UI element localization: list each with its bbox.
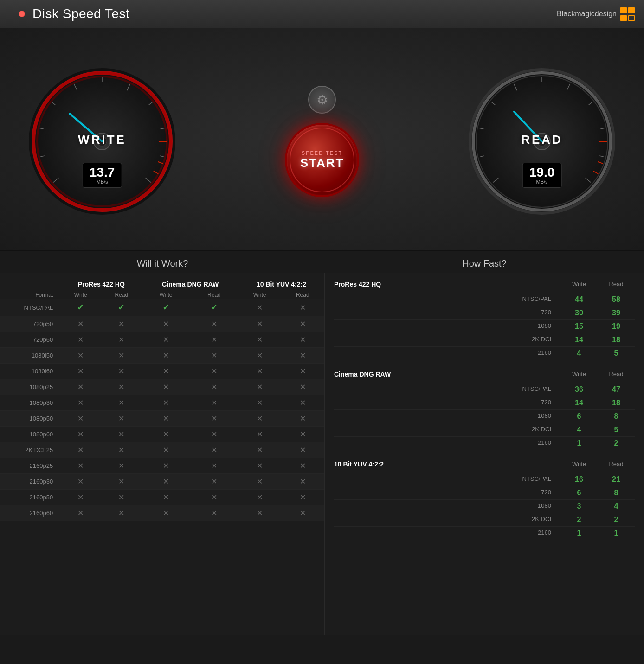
brand-icon bbox=[620, 7, 635, 21]
how-fast-header: How Fast? bbox=[325, 258, 644, 269]
value-cell: ✕ bbox=[101, 364, 142, 379]
close-button[interactable] bbox=[19, 11, 25, 17]
cross-icon: ✕ bbox=[77, 367, 84, 375]
cross-icon: ✕ bbox=[77, 336, 84, 344]
right-write-value: 44 bbox=[560, 295, 598, 304]
table-row: 1080p50✕✕✕✕✕✕ bbox=[0, 411, 324, 427]
value-cell: ✕ bbox=[60, 458, 101, 474]
value-cell: ✕ bbox=[101, 490, 142, 505]
right-read-value: 4 bbox=[598, 502, 635, 511]
will-it-work-header: Will it Work? bbox=[0, 258, 325, 269]
cross-icon: ✕ bbox=[300, 446, 306, 454]
cross-icon: ✕ bbox=[163, 383, 169, 391]
right-read-value: 1 bbox=[598, 529, 635, 537]
cross-icon: ✕ bbox=[77, 493, 84, 501]
cross-icon: ✕ bbox=[211, 351, 217, 359]
right-read-value: 18 bbox=[598, 399, 635, 407]
cross-icon: ✕ bbox=[118, 351, 124, 359]
value-cell: ✕ bbox=[238, 505, 281, 521]
value-cell: ✕ bbox=[142, 442, 190, 458]
right-read-value: 8 bbox=[598, 489, 635, 497]
right-panel: ProRes 422 HQWriteReadNTSC/PAL4458720303… bbox=[325, 273, 644, 635]
value-cell: ✕ bbox=[142, 364, 190, 379]
start-button[interactable]: SPEED TEST START bbox=[285, 123, 359, 197]
right-write-value: 4 bbox=[560, 349, 598, 358]
value-cell: ✕ bbox=[142, 490, 190, 505]
value-cell: ✕ bbox=[281, 474, 324, 490]
right-row-label: 1080 bbox=[334, 412, 560, 421]
cross-icon: ✕ bbox=[118, 336, 124, 344]
right-table-row: 10801519 bbox=[334, 320, 635, 333]
value-cell: ✕ bbox=[238, 442, 281, 458]
cross-icon: ✕ bbox=[118, 399, 124, 407]
cross-icon: ✕ bbox=[163, 399, 169, 407]
right-row-label: 720 bbox=[334, 489, 560, 497]
value-cell: ✕ bbox=[238, 411, 281, 427]
cross-icon: ✕ bbox=[118, 446, 124, 454]
read-col-header: Read bbox=[598, 370, 635, 378]
brand-name: Blackmagicdesign bbox=[557, 10, 617, 18]
right-write-value: 36 bbox=[560, 385, 598, 394]
cross-icon: ✕ bbox=[118, 509, 124, 517]
format-cell: 1080p25 bbox=[0, 379, 60, 395]
read-unit: MB/s bbox=[529, 179, 555, 185]
cinema-dng-header: Cinema DNG RAW bbox=[142, 278, 238, 291]
cross-icon: ✕ bbox=[300, 367, 306, 375]
right-row-label: 720 bbox=[334, 309, 560, 317]
table-row: 1080p30✕✕✕✕✕✕ bbox=[0, 395, 324, 411]
write-gauge: WRITE 13.7 MB/s bbox=[28, 67, 176, 216]
right-section: Cinema DNG RAWWriteReadNTSC/PAL364772014… bbox=[334, 368, 635, 450]
cross-icon: ✕ bbox=[118, 367, 124, 375]
cross-icon: ✕ bbox=[257, 351, 263, 359]
cross-icon: ✕ bbox=[118, 320, 124, 328]
cross-icon: ✕ bbox=[211, 462, 217, 470]
value-cell: ✕ bbox=[281, 332, 324, 348]
table-row: 2160p60✕✕✕✕✕✕ bbox=[0, 505, 324, 521]
value-cell: ✕ bbox=[238, 332, 281, 348]
cross-icon: ✕ bbox=[77, 509, 84, 517]
table-row: 720p50✕✕✕✕✕✕ bbox=[0, 316, 324, 332]
right-read-value: 39 bbox=[598, 309, 635, 317]
read-gauge-label: READ bbox=[521, 133, 563, 147]
value-cell: ✕ bbox=[238, 395, 281, 411]
right-row-label: 2160 bbox=[334, 439, 560, 447]
yuv-header: 10 Bit YUV 4:2:2 bbox=[238, 278, 324, 291]
cross-icon: ✕ bbox=[211, 493, 217, 501]
value-cell: ✕ bbox=[281, 379, 324, 395]
right-sections: ProRes 422 HQWriteReadNTSC/PAL4458720303… bbox=[334, 278, 635, 540]
cross-icon: ✕ bbox=[300, 430, 306, 438]
right-table-row: 216011 bbox=[334, 527, 635, 540]
value-cell: ✕ bbox=[60, 348, 101, 364]
gauges-section: WRITE 13.7 MB/s ⚙ SPEED TEST START bbox=[0, 28, 644, 251]
settings-button[interactable]: ⚙ bbox=[308, 86, 336, 114]
cross-icon: ✕ bbox=[300, 493, 306, 501]
table-row: 2160p50✕✕✕✕✕✕ bbox=[0, 490, 324, 505]
value-cell: ✕ bbox=[238, 474, 281, 490]
app-title: Disk Speed Test bbox=[32, 6, 129, 21]
left-table-body: NTSC/PAL✓✓✓✓✕✕720p50✕✕✕✕✕✕720p60✕✕✕✕✕✕10… bbox=[0, 299, 324, 521]
right-read-value: 58 bbox=[598, 295, 635, 304]
cross-icon: ✕ bbox=[77, 430, 84, 438]
format-cell: 2160p60 bbox=[0, 505, 60, 521]
right-table-row: 216045 bbox=[334, 347, 635, 360]
format-col-header bbox=[0, 278, 60, 291]
table-row: 1080i60✕✕✕✕✕✕ bbox=[0, 364, 324, 379]
cross-icon: ✕ bbox=[77, 383, 84, 391]
cross-icon: ✕ bbox=[257, 478, 263, 485]
cross-icon: ✕ bbox=[118, 415, 124, 422]
value-cell: ✕ bbox=[60, 316, 101, 332]
cross-icon: ✕ bbox=[300, 462, 306, 470]
cross-icon: ✕ bbox=[211, 415, 217, 422]
brand-sq-3 bbox=[620, 15, 627, 21]
value-cell: ✕ bbox=[190, 364, 238, 379]
cross-icon: ✕ bbox=[211, 399, 217, 407]
value-cell: ✕ bbox=[190, 427, 238, 442]
value-cell: ✓ bbox=[190, 299, 238, 316]
value-cell: ✕ bbox=[281, 299, 324, 316]
table-row: NTSC/PAL✓✓✓✓✕✕ bbox=[0, 299, 324, 316]
cross-icon: ✕ bbox=[300, 383, 306, 391]
cross-icon: ✕ bbox=[163, 430, 169, 438]
cross-icon: ✕ bbox=[163, 367, 169, 375]
right-write-value: 14 bbox=[560, 399, 598, 407]
right-table-row: 7203039 bbox=[334, 306, 635, 320]
